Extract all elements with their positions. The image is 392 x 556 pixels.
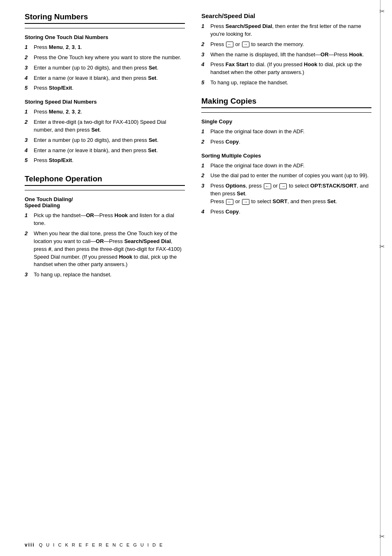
step-2d: 2 Press ← or → to search the memory. (201, 41, 371, 49)
arrow-left-icon-3: ← (226, 199, 233, 205)
step-3f: 3 Press Options, press ← or → to select … (201, 182, 371, 206)
step-5b: 5 Press Stop/Exit. (25, 157, 185, 164)
search-speed-dial-steps: 1 Press Search/Speed Dial, then enter th… (201, 23, 371, 87)
step-2a: 2 Press the One Touch key where you want… (25, 54, 185, 62)
making-copies-title: Making Copies (201, 97, 371, 108)
one-touch-dialing-subsection: One Touch Dialing/Speed Dialing 1 Pick u… (25, 196, 185, 279)
step-1a: 1 Press Menu, 2, 3, 1. (25, 44, 185, 51)
right-column: Search/Speed Dial 1 Press Search/Speed D… (197, 12, 371, 283)
storing-one-touch-steps: 1 Press Menu, 2, 3, 1. 2 Press the One T… (25, 44, 185, 92)
left-column: Storing Numbers Storing One Touch Dial N… (25, 12, 197, 283)
step-5d: 5 To hang up, replace the handset. (201, 79, 371, 87)
one-touch-dialing-steps: 1 Pick up the handset—OR—Press Hook and … (25, 212, 185, 279)
step-1f: 1 Place the original face down in the AD… (201, 162, 371, 170)
storing-speed-dial-subsection: Storing Speed Dial Numbers 1 Press Menu,… (25, 99, 185, 164)
one-touch-dialing-title: One Touch Dialing/Speed Dialing (25, 196, 185, 208)
storing-one-touch-subsection: Storing One Touch Dial Numbers 1 Press M… (25, 34, 185, 92)
page: ✂ ✂ ✂ Storing Numbers Storing One Touch … (0, 0, 392, 556)
storing-numbers-title: Storing Numbers (25, 12, 185, 24)
step-4b: 4 Enter a name (or leave it blank), and … (25, 147, 185, 155)
single-copy-steps: 1 Place the original face down in the AD… (201, 128, 371, 146)
step-1e: 1 Place the original face down in the AD… (201, 128, 371, 136)
step-4f: 4 Press Copy. (201, 208, 371, 216)
sorting-multiple-subsection: Sorting Multiple Copies 1 Place the orig… (201, 153, 371, 216)
scissors-top-icon: ✂ (379, 7, 385, 15)
step-2b: 2 Enter a three-digit (a two-digit for F… (25, 118, 185, 134)
step-2c: 2 When you hear the dial tone, press the… (25, 230, 185, 269)
step-1b: 1 Press Menu, 2, 3, 2. (25, 108, 185, 116)
arrow-right-icon: → (242, 42, 249, 47)
step-3b: 3 Enter a number (up to 20 digits), and … (25, 137, 185, 144)
footer: viii Q U I C K R E F E R E N C E G U I D… (25, 542, 164, 548)
step-1c: 1 Pick up the handset—OR—Press Hook and … (25, 212, 185, 227)
storing-one-touch-title: Storing One Touch Dial Numbers (25, 34, 185, 40)
step-3d: 3 When the name is displayed, lift the h… (201, 51, 371, 59)
footer-page-number: viii (25, 542, 35, 548)
step-4d: 4 Press Fax Start to dial. (If you press… (201, 61, 371, 76)
footer-guide-label: Q U I C K R E F E R E N C E G U I D E (39, 542, 164, 547)
step-4a: 4 Enter a name (or leave it blank), and … (25, 74, 185, 82)
scissors-mid-icon: ✂ (379, 243, 385, 250)
step-2e: 2 Press Copy. (201, 138, 371, 146)
telephone-operation-section: Telephone Operation One Touch Dialing/Sp… (25, 174, 185, 279)
arrow-right-icon-3: → (242, 199, 249, 205)
step-2f: 2 Use the dial pad to enter the number o… (201, 172, 371, 180)
storing-numbers-section: Storing Numbers Storing One Touch Dial N… (25, 12, 185, 164)
right-border (380, 0, 380, 556)
step-3a: 3 Enter a number (up to 20 digits), and … (25, 64, 185, 72)
step-5a: 5 Press Stop/Exit. (25, 84, 185, 92)
storing-speed-dial-steps: 1 Press Menu, 2, 3, 2. 2 Enter a three-d… (25, 108, 185, 164)
making-copies-section: Making Copies Single Copy 1 Place the or… (201, 97, 371, 216)
step-1d: 1 Press Search/Speed Dial, then enter th… (201, 23, 371, 38)
single-copy-title: Single Copy (201, 118, 371, 125)
telephone-operation-title: Telephone Operation (25, 174, 185, 186)
sorting-multiple-title: Sorting Multiple Copies (201, 153, 371, 159)
search-speed-dial-section: Search/Speed Dial 1 Press Search/Speed D… (201, 12, 371, 87)
sorting-multiple-steps: 1 Place the original face down in the AD… (201, 162, 371, 216)
storing-speed-dial-title: Storing Speed Dial Numbers (25, 99, 185, 105)
arrow-left-icon: ← (226, 42, 233, 47)
scissors-bottom-icon: ✂ (379, 533, 385, 540)
arrow-left-icon-2: ← (264, 183, 271, 189)
step-3c: 3 To hang up, replace the handset. (25, 271, 185, 279)
single-copy-subsection: Single Copy 1 Place the original face do… (201, 118, 371, 146)
arrow-right-icon-2: → (279, 183, 287, 189)
search-speed-dial-title: Search/Speed Dial (201, 12, 371, 19)
